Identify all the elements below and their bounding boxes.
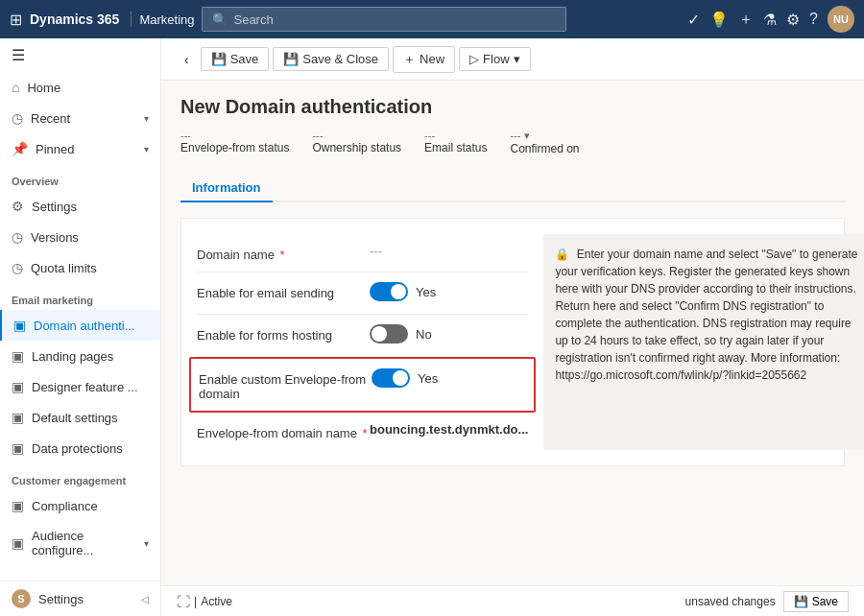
grid-icon[interactable]: ⊞: [10, 11, 22, 29]
compliance-icon: ▣: [12, 498, 24, 513]
form-row-envelope-domain: Envelope-from domain name * bouncing.tes…: [197, 413, 528, 450]
sidebar-item-designer[interactable]: ▣ Designer feature ...: [0, 371, 160, 402]
sidebar-item-domain[interactable]: ▣ Domain authenti...: [0, 310, 160, 341]
section-customer-engagement: Customer engagement: [0, 463, 160, 490]
domain-icon: ▣: [13, 318, 26, 333]
checkmark-icon[interactable]: ✓: [687, 11, 700, 29]
sidebar-item-data-protections[interactable]: ▣ Data protections: [0, 433, 160, 463]
status-ownership: --- Ownership status: [312, 130, 401, 155]
sidebar-label-settings-bottom: Settings: [38, 592, 133, 606]
sidebar-label-domain: Domain authenti...: [34, 319, 149, 333]
bottom-bar: ⛶ | Active unsaved changes 💾 Save: [161, 585, 864, 616]
sidebar-item-pinned[interactable]: 📌 Pinned ▾: [0, 133, 160, 164]
plus-new-icon: ＋: [403, 51, 416, 68]
envelope-from-value: Yes: [372, 368, 526, 391]
bottom-save-button[interactable]: 💾 Save: [783, 591, 849, 612]
forms-hosting-value: No: [370, 324, 528, 346]
back-button[interactable]: ‹: [177, 48, 197, 71]
sidebar-item-audience[interactable]: ▣ Audience configure... ▾: [0, 521, 160, 565]
sidebar-label-home: Home: [27, 81, 149, 95]
save-label: Save: [230, 52, 259, 66]
filter-icon[interactable]: ⚗: [763, 11, 777, 29]
sidebar-label-designer: Designer feature ...: [32, 380, 149, 394]
sidebar-label-quota: Quota limits: [31, 261, 149, 275]
sidebar-item-home[interactable]: ⌂ Home: [0, 72, 160, 103]
envelope-from-label: Enable custom Envelope-from domain: [199, 368, 372, 401]
search-placeholder: Search: [233, 12, 273, 27]
email-sending-switch[interactable]: [370, 282, 408, 301]
flow-label: Flow: [483, 52, 509, 66]
dataprotect-icon: ▣: [12, 440, 24, 456]
save-button[interactable]: 💾 Save: [201, 47, 270, 71]
envelope-from-toggle[interactable]: Yes: [372, 368, 438, 388]
sidebar-item-versions[interactable]: ◷ Versions: [0, 222, 160, 252]
sidebar-label-compliance: Compliance: [32, 499, 149, 513]
settings-bottom-icon: S: [12, 589, 31, 608]
settings-bottom-chevron: ◁: [141, 594, 149, 604]
tab-information[interactable]: Information: [180, 175, 273, 202]
sidebar-item-recent[interactable]: ◷ Recent ▾: [0, 103, 160, 133]
status-email-label: Email status: [424, 141, 487, 154]
sidebar-label-settings: Settings: [32, 200, 149, 214]
domain-name-label: Domain name *: [197, 244, 370, 262]
recent-icon: ◷: [12, 110, 23, 126]
sidebar-item-quota[interactable]: ◷ Quota limits: [0, 252, 160, 283]
form-left: Domain name * --- Enable for email sendi…: [197, 234, 528, 450]
page-title: New Domain authentication: [180, 96, 845, 118]
bottom-save-label: Save: [812, 595, 838, 608]
toolbar: ‹ 💾 Save 💾 Save & Close ＋ New ▷ Flow ▾: [161, 38, 864, 81]
sidebar-label-data-protections: Data protections: [32, 441, 149, 456]
email-sending-toggle[interactable]: Yes: [370, 282, 436, 301]
status-email: --- Email status: [424, 130, 487, 155]
form-row-forms-hosting: Enable for forms hosting No: [197, 315, 528, 357]
hamburger-icon[interactable]: ☰: [0, 38, 160, 72]
forms-hosting-toggle-label: No: [416, 327, 432, 342]
save-close-button[interactable]: 💾 Save & Close: [273, 47, 389, 71]
sidebar-item-landing[interactable]: ▣ Landing pages: [0, 341, 160, 371]
search-bar[interactable]: 🔍 Search: [202, 7, 566, 32]
help-icon[interactable]: ?: [809, 11, 818, 28]
sidebar-item-compliance[interactable]: ▣ Compliance: [0, 490, 160, 521]
flow-chevron-icon: ▾: [514, 52, 520, 66]
form-row-envelope-from: Enable custom Envelope-from domain Yes: [189, 357, 536, 413]
status-confirmed[interactable]: --- ▾ Confirmed on: [510, 130, 579, 155]
plus-icon[interactable]: ＋: [738, 10, 754, 30]
sidebar-label-versions: Versions: [31, 230, 149, 245]
content-area: New Domain authentication --- Envelope-f…: [161, 81, 864, 585]
versions-icon: ◷: [12, 229, 23, 245]
sidebar-label-audience: Audience configure...: [32, 529, 136, 557]
pin-icon: 📌: [12, 141, 28, 156]
chevron-down-confirmed-icon: ▾: [524, 130, 530, 141]
save-close-icon: 💾: [283, 52, 299, 66]
sidebar-label-recent: Recent: [31, 111, 136, 126]
avatar[interactable]: NU: [828, 6, 854, 33]
bulb-icon[interactable]: 💡: [709, 11, 729, 29]
status-confirmed-value: --- ▾: [510, 130, 579, 142]
status-envelope-from-value: ---: [180, 130, 289, 141]
designer-icon: ▣: [12, 379, 24, 394]
bottom-status-active: Active: [201, 595, 232, 608]
forms-hosting-toggle[interactable]: No: [370, 324, 432, 344]
sidebar-item-default[interactable]: ▣ Default settings: [0, 402, 160, 433]
expand-icon[interactable]: ⛶: [177, 594, 190, 609]
status-email-value: ---: [424, 130, 487, 141]
flow-button[interactable]: ▷ Flow ▾: [459, 47, 530, 71]
section-email-marketing: Email marketing: [0, 283, 160, 310]
bottom-bar-left: ⛶ | Active: [177, 594, 232, 609]
envelope-from-switch[interactable]: [372, 368, 410, 388]
section-overview: Overview: [0, 164, 160, 191]
sidebar-item-settings-bottom[interactable]: S Settings ◁: [0, 580, 160, 616]
status-bar: --- Envelope-from status --- Ownership s…: [180, 130, 845, 163]
new-label: New: [420, 52, 444, 66]
domain-name-required: *: [280, 248, 285, 262]
forms-hosting-switch[interactable]: [370, 324, 408, 344]
sidebar-item-settings[interactable]: ⚙ Settings: [0, 191, 160, 222]
audience-icon: ▣: [12, 535, 24, 551]
status-ownership-label: Ownership status: [312, 141, 401, 154]
form-panel: Domain name * --- Enable for email sendi…: [180, 218, 845, 466]
new-button[interactable]: ＋ New: [393, 46, 455, 73]
settings-icon[interactable]: ⚙: [786, 11, 800, 29]
form-row-domain-name: Domain name * ---: [197, 234, 528, 272]
bottom-save-icon: 💾: [794, 595, 808, 608]
topnav-icons: ✓ 💡 ＋ ⚗ ⚙ ? NU: [687, 6, 854, 33]
